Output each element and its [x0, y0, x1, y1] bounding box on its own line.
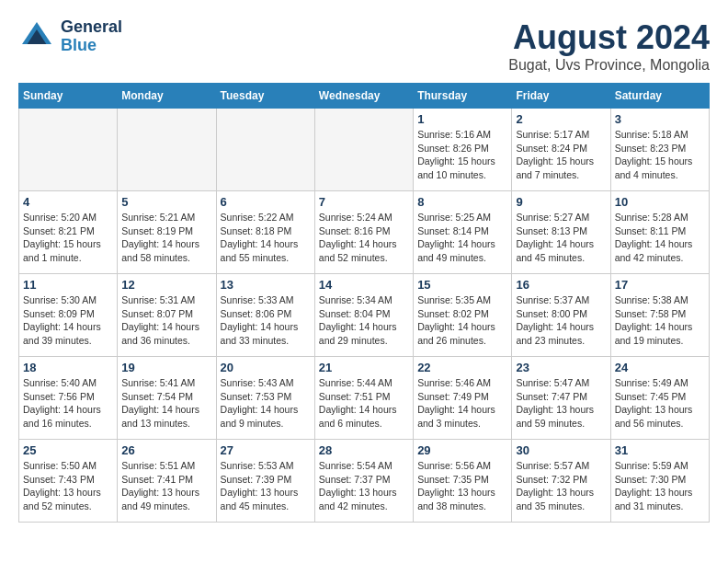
day-number: 31: [615, 443, 705, 457]
weekday-header: Tuesday: [216, 84, 314, 109]
calendar-cell: 24Sunrise: 5:49 AM Sunset: 7:45 PM Dayli…: [610, 357, 709, 440]
day-info: Sunrise: 5:22 AM Sunset: 8:18 PM Dayligh…: [221, 211, 311, 265]
day-number: 6: [221, 195, 311, 209]
day-info: Sunrise: 5:49 AM Sunset: 7:45 PM Dayligh…: [615, 376, 705, 431]
calendar-cell: 9Sunrise: 5:27 AM Sunset: 8:13 PM Daylig…: [512, 191, 610, 274]
calendar-week-row: 25Sunrise: 5:50 AM Sunset: 7:43 PM Dayli…: [19, 440, 710, 523]
page-header: General Blue August 2024 Bugat, Uvs Prov…: [18, 18, 710, 74]
day-info: Sunrise: 5:56 AM Sunset: 7:35 PM Dayligh…: [417, 459, 507, 513]
day-number: 22: [417, 361, 507, 374]
calendar-cell: 22Sunrise: 5:46 AM Sunset: 7:49 PM Dayli…: [414, 357, 512, 440]
day-number: 9: [516, 195, 606, 209]
day-number: 3: [615, 112, 705, 126]
day-number: 14: [319, 278, 409, 292]
day-number: 2: [516, 112, 606, 126]
day-number: 7: [319, 195, 409, 209]
weekday-header: Saturday: [610, 84, 709, 109]
day-info: Sunrise: 5:35 AM Sunset: 8:02 PM Dayligh…: [417, 293, 507, 348]
calendar-cell: 30Sunrise: 5:57 AM Sunset: 7:32 PM Dayli…: [512, 440, 610, 523]
day-number: 23: [516, 361, 606, 374]
day-info: Sunrise: 5:41 AM Sunset: 7:54 PM Dayligh…: [121, 376, 211, 431]
weekday-header: Thursday: [414, 84, 512, 109]
calendar-week-row: 4Sunrise: 5:20 AM Sunset: 8:21 PM Daylig…: [19, 191, 710, 274]
subtitle: Bugat, Uvs Province, Mongolia: [508, 57, 710, 74]
day-number: 11: [23, 278, 113, 292]
day-number: 13: [221, 278, 311, 292]
calendar-cell: 6Sunrise: 5:22 AM Sunset: 8:18 PM Daylig…: [216, 191, 314, 274]
day-number: 5: [121, 195, 211, 209]
day-info: Sunrise: 5:57 AM Sunset: 7:32 PM Dayligh…: [516, 459, 606, 513]
calendar-cell: 18Sunrise: 5:40 AM Sunset: 7:56 PM Dayli…: [19, 357, 118, 440]
day-number: 16: [516, 278, 606, 292]
calendar-cell: 21Sunrise: 5:44 AM Sunset: 7:51 PM Dayli…: [314, 357, 413, 440]
day-number: 27: [221, 443, 311, 457]
calendar-cell: 12Sunrise: 5:31 AM Sunset: 8:07 PM Dayli…: [118, 274, 216, 357]
day-number: 4: [23, 195, 113, 209]
calendar-cell: [19, 109, 118, 191]
day-info: Sunrise: 5:20 AM Sunset: 8:21 PM Dayligh…: [23, 211, 113, 265]
calendar-cell: 3Sunrise: 5:18 AM Sunset: 8:23 PM Daylig…: [610, 109, 709, 191]
day-info: Sunrise: 5:30 AM Sunset: 8:09 PM Dayligh…: [23, 293, 113, 348]
weekday-header: Sunday: [19, 84, 118, 109]
calendar-cell: 1Sunrise: 5:16 AM Sunset: 8:26 PM Daylig…: [414, 109, 512, 191]
calendar-cell: 28Sunrise: 5:54 AM Sunset: 7:37 PM Dayli…: [314, 440, 413, 523]
day-number: 17: [615, 278, 705, 292]
day-info: Sunrise: 5:50 AM Sunset: 7:43 PM Dayligh…: [23, 459, 113, 513]
calendar-cell: 2Sunrise: 5:17 AM Sunset: 8:24 PM Daylig…: [512, 109, 610, 191]
day-number: 15: [417, 278, 507, 292]
day-info: Sunrise: 5:17 AM Sunset: 8:24 PM Dayligh…: [516, 128, 606, 182]
day-info: Sunrise: 5:31 AM Sunset: 8:07 PM Dayligh…: [121, 293, 211, 348]
day-info: Sunrise: 5:44 AM Sunset: 7:51 PM Dayligh…: [319, 376, 409, 431]
day-info: Sunrise: 5:51 AM Sunset: 7:41 PM Dayligh…: [121, 459, 211, 513]
day-number: 1: [417, 112, 507, 126]
day-info: Sunrise: 5:59 AM Sunset: 7:30 PM Dayligh…: [615, 459, 705, 513]
day-number: 28: [319, 443, 409, 457]
title-section: August 2024 Bugat, Uvs Province, Mongoli…: [508, 18, 710, 74]
day-info: Sunrise: 5:18 AM Sunset: 8:23 PM Dayligh…: [615, 128, 705, 182]
calendar-cell: 16Sunrise: 5:37 AM Sunset: 8:00 PM Dayli…: [512, 274, 610, 357]
day-info: Sunrise: 5:21 AM Sunset: 8:19 PM Dayligh…: [121, 211, 211, 265]
calendar-cell: 15Sunrise: 5:35 AM Sunset: 8:02 PM Dayli…: [414, 274, 512, 357]
day-number: 29: [417, 443, 507, 457]
calendar-cell: 17Sunrise: 5:38 AM Sunset: 7:58 PM Dayli…: [610, 274, 709, 357]
day-info: Sunrise: 5:37 AM Sunset: 8:00 PM Dayligh…: [516, 293, 606, 348]
weekday-header: Monday: [118, 84, 216, 109]
calendar-cell: 10Sunrise: 5:28 AM Sunset: 8:11 PM Dayli…: [610, 191, 709, 274]
day-number: 12: [121, 278, 211, 292]
day-info: Sunrise: 5:24 AM Sunset: 8:16 PM Dayligh…: [319, 211, 409, 265]
day-number: 10: [615, 195, 705, 209]
calendar-week-row: 18Sunrise: 5:40 AM Sunset: 7:56 PM Dayli…: [19, 357, 710, 440]
calendar-cell: 4Sunrise: 5:20 AM Sunset: 8:21 PM Daylig…: [19, 191, 118, 274]
day-info: Sunrise: 5:40 AM Sunset: 7:56 PM Dayligh…: [23, 376, 113, 431]
day-number: 25: [23, 443, 113, 457]
calendar-table: SundayMondayTuesdayWednesdayThursdayFrid…: [18, 83, 710, 523]
day-info: Sunrise: 5:38 AM Sunset: 7:58 PM Dayligh…: [615, 293, 705, 348]
weekday-header-row: SundayMondayTuesdayWednesdayThursdayFrid…: [19, 84, 710, 109]
calendar-week-row: 1Sunrise: 5:16 AM Sunset: 8:26 PM Daylig…: [19, 109, 710, 191]
calendar-cell: 29Sunrise: 5:56 AM Sunset: 7:35 PM Dayli…: [414, 440, 512, 523]
calendar-week-row: 11Sunrise: 5:30 AM Sunset: 8:09 PM Dayli…: [19, 274, 710, 357]
calendar-cell: 8Sunrise: 5:25 AM Sunset: 8:14 PM Daylig…: [414, 191, 512, 274]
logo-text: General Blue: [61, 18, 122, 55]
day-number: 21: [319, 361, 409, 374]
calendar-cell: [216, 109, 314, 191]
logo-icon: [18, 18, 55, 55]
weekday-header: Wednesday: [314, 84, 413, 109]
calendar-cell: 11Sunrise: 5:30 AM Sunset: 8:09 PM Dayli…: [19, 274, 118, 357]
calendar-cell: 25Sunrise: 5:50 AM Sunset: 7:43 PM Dayli…: [19, 440, 118, 523]
calendar-cell: 5Sunrise: 5:21 AM Sunset: 8:19 PM Daylig…: [118, 191, 216, 274]
calendar-cell: 7Sunrise: 5:24 AM Sunset: 8:16 PM Daylig…: [314, 191, 413, 274]
calendar-cell: 31Sunrise: 5:59 AM Sunset: 7:30 PM Dayli…: [610, 440, 709, 523]
day-info: Sunrise: 5:25 AM Sunset: 8:14 PM Dayligh…: [417, 211, 507, 265]
weekday-header: Friday: [512, 84, 610, 109]
calendar-cell: 20Sunrise: 5:43 AM Sunset: 7:53 PM Dayli…: [216, 357, 314, 440]
day-info: Sunrise: 5:33 AM Sunset: 8:06 PM Dayligh…: [221, 293, 311, 348]
logo: General Blue: [18, 18, 122, 55]
day-number: 26: [121, 443, 211, 457]
day-number: 8: [417, 195, 507, 209]
day-info: Sunrise: 5:28 AM Sunset: 8:11 PM Dayligh…: [615, 211, 705, 265]
day-info: Sunrise: 5:16 AM Sunset: 8:26 PM Dayligh…: [417, 128, 507, 182]
day-number: 18: [23, 361, 113, 374]
day-info: Sunrise: 5:47 AM Sunset: 7:47 PM Dayligh…: [516, 376, 606, 431]
day-info: Sunrise: 5:27 AM Sunset: 8:13 PM Dayligh…: [516, 211, 606, 265]
